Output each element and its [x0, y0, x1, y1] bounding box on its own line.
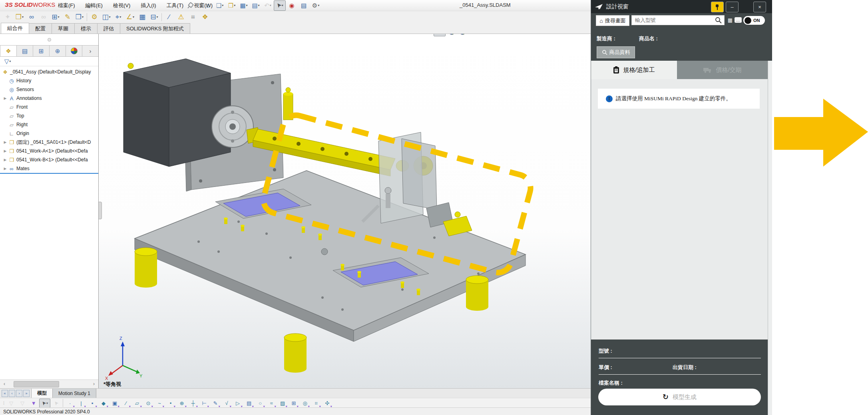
- tree-expand-component-sa01[interactable]: ▶: [2, 140, 8, 144]
- new-document-button[interactable]: ❏▾: [214, 0, 226, 11]
- tree-item-origin[interactable]: ∟Origin: [0, 129, 98, 138]
- filter-solid-bodies-button[interactable]: ▣: [109, 399, 120, 408]
- menu-item-3[interactable]: 插入(I): [135, 2, 161, 9]
- search-icon[interactable]: [715, 17, 722, 24]
- filter-sketch-segments-button[interactable]: ~: [154, 399, 165, 408]
- zoom-to-fit-button[interactable]: ⊕: [362, 34, 374, 36]
- magnetic-mate-button[interactable]: ∞: [38, 12, 50, 22]
- select-cursor-button[interactable]: ➤▾: [274, 0, 286, 11]
- panel-close-button[interactable]: ×: [753, 2, 766, 12]
- filter-datums-button[interactable]: ▷: [232, 399, 243, 408]
- filter-routing-points-button[interactable]: ✣: [322, 399, 333, 408]
- bill-of-materials-button-caret[interactable]: ▾: [157, 15, 158, 19]
- save-button-caret[interactable]: ▾: [246, 4, 248, 7]
- home-button[interactable]: ⌂: [202, 0, 214, 11]
- filter-faces-button[interactable]: ▪: [87, 399, 98, 408]
- smart-fasteners-button[interactable]: ⚙: [88, 12, 100, 22]
- panel-scrollbar[interactable]: [768, 61, 772, 415]
- filter-center-marks-button[interactable]: ⊕: [176, 399, 187, 408]
- edit-component-button[interactable]: ✎: [62, 12, 74, 22]
- nav-prev-icon[interactable]: ‹: [9, 390, 15, 397]
- exploded-view-button[interactable]: ❖: [199, 12, 211, 22]
- panel-visibility-toggle[interactable]: ON: [743, 16, 765, 25]
- display-style-button[interactable]: ◇▾: [422, 34, 434, 36]
- open-button-caret[interactable]: ▾: [234, 4, 235, 7]
- rotate-view-button[interactable]: ↻: [386, 34, 398, 36]
- tree-item-component-sa01[interactable]: ▶❒(固定) _0541_SA01<1> (Default<D: [0, 138, 98, 147]
- filter-dowel-symbols-button[interactable]: ◎: [299, 399, 311, 408]
- tree-item-sensors[interactable]: ◎Sensors: [0, 85, 98, 94]
- snapshot-button[interactable]: ⌗: [187, 12, 199, 22]
- comment-bubble-icon[interactable]: …: [735, 17, 742, 23]
- reference-geometry-button-caret[interactable]: ▾: [133, 15, 134, 19]
- part-number-input[interactable]: [631, 15, 725, 25]
- dimxpertmanager-tab[interactable]: ⊕: [49, 45, 66, 57]
- pin-icon[interactable]: [187, 2, 193, 8]
- section-view-button[interactable]: ◫: [398, 34, 410, 36]
- panel-collapse-handle[interactable]: [99, 202, 102, 219]
- filter-connection-points-button[interactable]: ⌗: [311, 399, 322, 408]
- filter-annotations-button[interactable]: ✎: [210, 399, 221, 408]
- filter-edges-button[interactable]: |: [76, 399, 87, 408]
- tab-markup[interactable]: 標示: [74, 23, 98, 34]
- rebuild-button[interactable]: ◉: [286, 0, 298, 11]
- filter-planes-button[interactable]: ▱: [131, 399, 143, 408]
- menu-item-1[interactable]: 編輯(E): [80, 2, 108, 9]
- tree-filter-button-caret[interactable]: ▾: [9, 60, 11, 63]
- sw-tools-button[interactable]: ✦: [2, 12, 14, 22]
- filter-weld-symbols-button[interactable]: ≈: [266, 399, 277, 408]
- filter-hatch-button[interactable]: ▨: [277, 399, 288, 408]
- filter-dimensions-button[interactable]: ⊢: [199, 399, 210, 408]
- scroll-right-icon[interactable]: ›: [90, 381, 98, 387]
- insert-components-button[interactable]: ❒▾: [14, 12, 26, 22]
- assembly-3d-model[interactable]: Z X Y: [99, 34, 591, 388]
- mate-button[interactable]: ∞: [26, 12, 38, 22]
- save-button[interactable]: ▦▾: [238, 0, 250, 11]
- search-home-button[interactable]: ⌂ 搜尋畫面: [596, 15, 629, 26]
- insert-part-button-caret[interactable]: ▾: [82, 15, 84, 19]
- tree-item-history[interactable]: ◷History: [0, 76, 98, 85]
- propertymanager-tab[interactable]: ▤: [16, 45, 33, 57]
- menu-item-4[interactable]: 工具(T): [161, 2, 189, 9]
- show-hidden-components-button[interactable]: ◫▾: [100, 12, 112, 22]
- print-button-caret[interactable]: ▾: [258, 4, 260, 7]
- show-hidden-components-button-caret[interactable]: ▾: [109, 15, 111, 19]
- tab-addins[interactable]: SOLIDWORKS 附加程式: [120, 23, 190, 34]
- undo-button-caret[interactable]: ▾: [270, 4, 271, 7]
- tree-horizontal-scrollbar[interactable]: ‹ ›: [0, 379, 98, 388]
- panel-pin-button[interactable]: [711, 2, 724, 12]
- scroll-left-icon[interactable]: ‹: [1, 381, 8, 387]
- filter-surface-bodies-button[interactable]: ◆: [98, 399, 109, 408]
- featuremanager-tab[interactable]: ❖: [0, 45, 17, 57]
- print-button[interactable]: ▤▾: [250, 0, 262, 11]
- tree-item-component-work-a[interactable]: ▶❒0541_Work-A<1> (Default<<Defa: [0, 147, 98, 155]
- panel-minimize-button[interactable]: –: [726, 2, 739, 12]
- filter-sketch-points-button[interactable]: ⊙: [143, 399, 154, 408]
- filter-midpoints-button[interactable]: •: [165, 399, 176, 408]
- filter-centerline-button[interactable]: ┼: [187, 399, 199, 408]
- interference-detection-button[interactable]: ⚠: [175, 12, 187, 22]
- tab-evaluate[interactable]: 評估: [97, 23, 120, 34]
- apply-scene-button[interactable]: ▾: [458, 34, 470, 36]
- tab-layout[interactable]: 配置: [29, 23, 52, 34]
- undo-button[interactable]: ↶▾: [262, 0, 274, 11]
- nav-first-icon[interactable]: «: [2, 390, 8, 397]
- zoom-to-area-button[interactable]: ⊙: [374, 34, 386, 36]
- filter-axes-button[interactable]: ∕: [120, 399, 131, 408]
- linear-component-pattern-button-caret[interactable]: ▾: [58, 15, 60, 19]
- measure-button[interactable]: ∕: [163, 12, 175, 22]
- hide-show-items-button[interactable]: ◉▾: [434, 34, 446, 36]
- tree-item-top-plane[interactable]: ▱Top: [0, 111, 98, 120]
- panel-splitter-grip[interactable]: [0, 34, 98, 45]
- tree-expand-component-work-b[interactable]: ▶: [2, 158, 8, 162]
- tree-item-front-plane[interactable]: ▱Front: [0, 103, 98, 111]
- tree-expand-mates[interactable]: ▶: [2, 167, 8, 171]
- options-list-button[interactable]: ▤: [298, 0, 310, 11]
- filter-off-button[interactable]: ▽: [6, 399, 17, 408]
- generate-model-button[interactable]: ↻ 模型生成: [598, 389, 761, 405]
- assembly-features-button[interactable]: ⌖▾: [112, 12, 124, 22]
- tree-filter-button[interactable]: ▽▾: [2, 56, 14, 66]
- tree-item-component-work-b[interactable]: ▶❒0541_Work-B<1> (Default<<Defa: [0, 155, 98, 164]
- toolbar-grip[interactable]: ⁞: [3, 401, 4, 405]
- reference-geometry-button[interactable]: ∠▾: [124, 12, 136, 22]
